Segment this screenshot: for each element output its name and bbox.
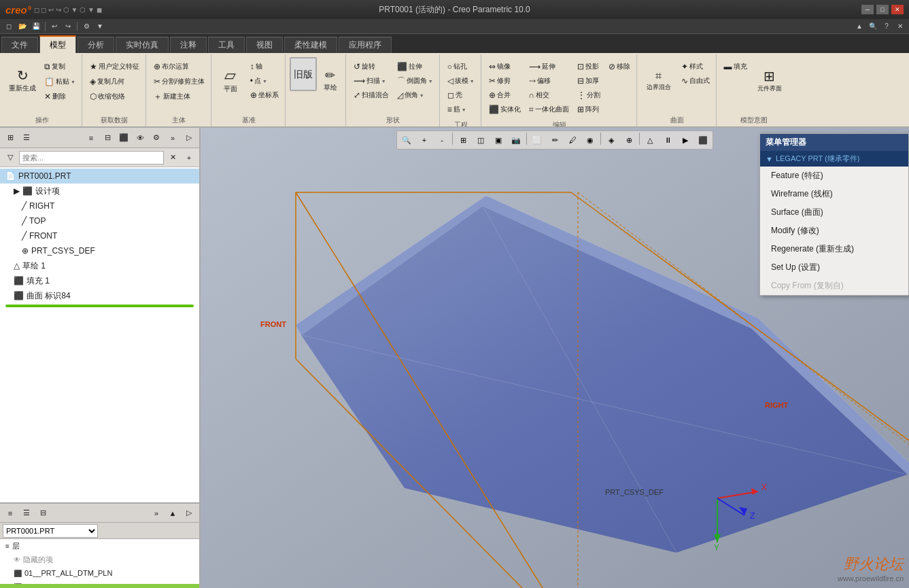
bp-item-pln1[interactable]: ⬛ 01__PRT_ALL_DTM_PLN [0, 566, 199, 580]
vp-pause[interactable]: ⏸ [659, 133, 676, 148]
cm-item-modify[interactable]: Modify (修改) [760, 222, 908, 240]
vp-camera[interactable]: 📷 [508, 133, 524, 148]
btn-trim[interactable]: ✂修剪 [485, 74, 524, 88]
tree-item-sketch1[interactable]: △ 草绘 1 [0, 258, 199, 273]
btn-merge[interactable]: ⊕合并 [485, 88, 524, 102]
btn-extrude[interactable]: ⬛拉伸 [394, 60, 436, 73]
filter-add[interactable]: + [182, 150, 196, 165]
vp-zoom-in[interactable]: 🔍 [398, 133, 415, 148]
qa-right1[interactable]: ▲ [853, 20, 865, 33]
btn-round[interactable]: ⌒倒圆角▼ [394, 74, 436, 88]
btn-mirror[interactable]: ⇔镜像 [485, 60, 524, 73]
btn-boundary-blend[interactable]: ⌗ 边界混合 [641, 57, 676, 105]
bp-item-layer[interactable]: ≡ 层 [0, 539, 199, 553]
tab-view[interactable]: 视图 [246, 37, 283, 53]
btn-shell[interactable]: ◻壳 [444, 88, 478, 102]
btn-project[interactable]: ⊡投影 [574, 60, 604, 73]
btn-delete[interactable]: ✕删除 [41, 90, 79, 103]
vp-misc1[interactable]: △ [642, 133, 658, 148]
btn-new-body[interactable]: ＋新建主体 [150, 90, 208, 103]
cm-item-wireframe[interactable]: Wireframe (线框) [760, 185, 908, 203]
btn-chamfer[interactable]: ◿倒角▼ [394, 88, 436, 102]
btn-style[interactable]: ✦样式 [678, 60, 713, 73]
btn-array[interactable]: ⊞阵列 [574, 103, 604, 116]
lp-btn-more[interactable]: » [165, 131, 180, 145]
tab-model[interactable]: 模型 [39, 35, 76, 53]
qa-settings[interactable]: ⚙ [80, 20, 92, 33]
tab-annotation[interactable]: 注释 [170, 37, 207, 53]
tree-item-prt-csys[interactable]: ⊕ PRT_CSYS_DEF [0, 243, 199, 258]
btn-component-interface[interactable]: ⊞ 元件界面 [752, 57, 787, 105]
bp-btn-cols[interactable]: ⊟ [35, 506, 50, 521]
cm-item-setup[interactable]: Set Up (设置) [760, 258, 908, 277]
tab-simulation[interactable]: 实时仿真 [116, 37, 169, 53]
tab-file[interactable]: 文件 [1, 37, 38, 53]
tree-item-design[interactable]: ▶ ⬛ 设计项 [0, 184, 199, 198]
btn-solidify[interactable]: ⬛实体化 [485, 103, 524, 116]
btn-shrinkwrap[interactable]: ⬡收缩包络 [86, 90, 143, 103]
vp-zoom-out[interactable]: - [434, 133, 450, 148]
qa-new[interactable]: ◻ [3, 20, 15, 33]
maximize-button[interactable]: □ [876, 5, 889, 14]
bp-btn-list[interactable]: ☰ [19, 506, 34, 521]
qa-help[interactable]: ? [880, 20, 893, 33]
lp-btn-list[interactable]: ☰ [19, 131, 34, 145]
bp-btn-expand[interactable]: ▷ [182, 506, 196, 521]
vp-select2[interactable]: ⊕ [621, 133, 637, 148]
vp-display3[interactable]: 🖊 [564, 133, 581, 148]
lp-btn-tree[interactable]: ⬛ [116, 131, 131, 145]
btn-rib[interactable]: ≡筋▼ [444, 103, 478, 116]
btn-extend[interactable]: ⟶延伸 [526, 60, 572, 73]
lp-btn-list2[interactable]: ≡ [84, 131, 99, 145]
btn-draft[interactable]: ◁拔模▼ [444, 74, 478, 88]
qa-save[interactable]: 💾 [30, 20, 42, 33]
tree-item-fill1[interactable]: ⬛ 填充 1 [0, 273, 199, 288]
btn-split2[interactable]: ⋮分割 [574, 88, 604, 102]
vp-select1[interactable]: ◈ [603, 133, 619, 148]
lp-btn-settings[interactable]: ⚙ [149, 131, 164, 145]
cm-item-feature[interactable]: Feature (特征) [760, 167, 908, 185]
tab-tools[interactable]: 工具 [208, 37, 245, 53]
lp-btn-eye[interactable]: 👁 [133, 131, 148, 145]
lp-btn-expand[interactable]: ▷ [182, 131, 196, 145]
lp-btn-grid[interactable]: ⊞ [3, 131, 18, 145]
vp-zoom-in2[interactable]: + [416, 133, 432, 148]
btn-sweep[interactable]: ⟿扫描▼ [350, 74, 392, 88]
qa-search[interactable]: 🔍 [867, 20, 879, 33]
qa-redo[interactable]: ↪ [62, 20, 74, 33]
tab-apps[interactable]: 应用程序 [339, 37, 392, 53]
btn-sweep-blend[interactable]: ⤢扫描混合 [350, 88, 392, 102]
cm-item-surface[interactable]: Surface (曲面) [760, 203, 908, 222]
vp-fit2[interactable]: ◫ [473, 133, 489, 148]
filter-clear[interactable]: ✕ [165, 150, 180, 165]
btn-csys[interactable]: ⊕坐标系 [247, 88, 282, 102]
qa-close2[interactable]: ✕ [894, 20, 906, 33]
tree-item-front[interactable]: ╱ FRONT [0, 228, 199, 243]
minimize-button[interactable]: ─ [861, 5, 874, 14]
btn-sketch[interactable]: ✏ 草绘 [318, 57, 343, 105]
btn-copy[interactable]: ⧉复制 [41, 60, 79, 73]
close-button[interactable]: ✕ [891, 5, 904, 14]
lp-btn-cols[interactable]: ⊟ [100, 131, 115, 145]
vp-fit[interactable]: ⊞ [455, 133, 471, 148]
btn-legacy[interactable]: 旧版 [290, 57, 317, 91]
qa-undo[interactable]: ↩ [48, 20, 61, 33]
3d-viewport[interactable]: 🔍 + - ⊞ ◫ ▣ 📷 ⬜ ✏ 🖊 ◉ ◈ ⊕ △ ⏸ ▶ ⬛ [201, 128, 909, 588]
tab-analysis[interactable]: 分析 [78, 37, 114, 53]
btn-freeform[interactable]: ∿自由式 [678, 74, 713, 88]
btn-point[interactable]: •点▼ [247, 74, 282, 88]
btn-rotate[interactable]: ↺旋转 [350, 60, 392, 73]
vp-end[interactable]: ⬛ [695, 133, 711, 148]
vp-display4[interactable]: ◉ [582, 133, 598, 148]
tree-item-surface84[interactable]: ⬛ 曲面 标识84 [0, 288, 199, 303]
btn-offset[interactable]: ⤏偏移 [526, 74, 572, 88]
bp-item-hidden[interactable]: 👁 隐藏的项 [0, 553, 199, 566]
bp-btn-layer[interactable]: ≡ [3, 506, 18, 521]
vp-display2[interactable]: ✏ [547, 133, 563, 148]
btn-thicken[interactable]: ⊟加厚 [574, 74, 604, 88]
filter-input[interactable] [19, 151, 164, 165]
btn-axis[interactable]: ↕轴 [247, 60, 282, 73]
btn-regenerate[interactable]: ↻ 重新生成 [5, 57, 39, 105]
btn-boolean[interactable]: ⊕布尔运算 [150, 60, 208, 73]
btn-intersect[interactable]: ∩相交 [526, 88, 572, 102]
